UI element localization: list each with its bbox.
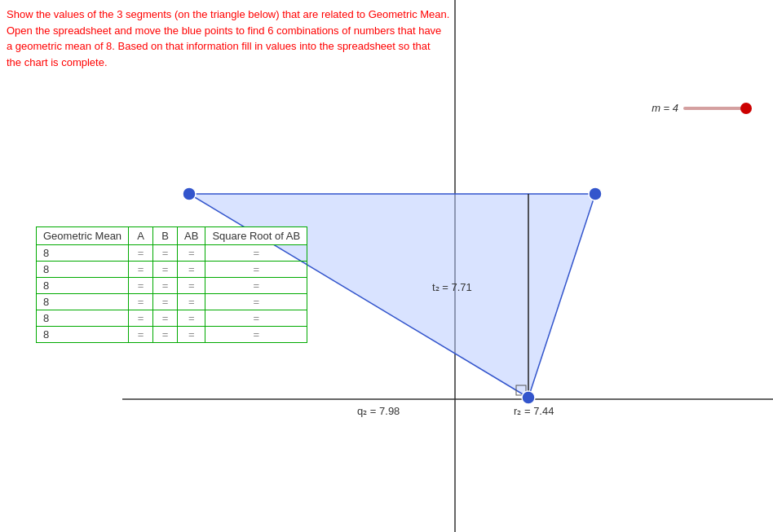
table-row: 8==== bbox=[37, 294, 307, 310]
row-5-gm[interactable]: 8 bbox=[37, 327, 129, 343]
row-3-sqrt-ab[interactable]: = bbox=[205, 294, 307, 310]
blue-point-bottom[interactable] bbox=[522, 391, 535, 404]
row-1-a[interactable]: = bbox=[129, 262, 153, 278]
row-1-ab[interactable]: = bbox=[178, 262, 205, 278]
slider-thumb[interactable] bbox=[740, 103, 752, 114]
row-5-ab[interactable]: = bbox=[178, 327, 205, 343]
row-0-gm[interactable]: 8 bbox=[37, 245, 129, 262]
row-3-ab[interactable]: = bbox=[178, 294, 205, 310]
row-4-gm[interactable]: 8 bbox=[37, 310, 129, 327]
row-5-a[interactable]: = bbox=[129, 327, 153, 343]
col-header-ab: AB bbox=[178, 227, 205, 245]
col-header-a: A bbox=[129, 227, 153, 245]
blue-point-left[interactable] bbox=[183, 187, 196, 200]
slider-track[interactable] bbox=[683, 107, 749, 110]
row-0-sqrt-ab[interactable]: = bbox=[205, 245, 307, 262]
table-row: 8==== bbox=[37, 262, 307, 278]
row-2-gm[interactable]: 8 bbox=[37, 278, 129, 294]
row-3-b[interactable]: = bbox=[153, 294, 178, 310]
row-2-sqrt-ab[interactable]: = bbox=[205, 278, 307, 294]
row-0-a[interactable]: = bbox=[129, 245, 153, 262]
table-row: 8==== bbox=[37, 278, 307, 294]
row-1-b[interactable]: = bbox=[153, 262, 178, 278]
row-5-sqrt-ab[interactable]: = bbox=[205, 327, 307, 343]
row-3-a[interactable]: = bbox=[129, 294, 153, 310]
t2-label: t₂ = 7.71 bbox=[432, 281, 472, 293]
row-4-ab[interactable]: = bbox=[178, 310, 205, 327]
table-row: 8==== bbox=[37, 327, 307, 343]
row-0-ab[interactable]: = bbox=[178, 245, 205, 262]
r2-label: r₂ = 7.44 bbox=[514, 405, 554, 417]
col-header-gm: Geometric Mean bbox=[37, 227, 129, 245]
row-2-b[interactable]: = bbox=[153, 278, 178, 294]
row-4-b[interactable]: = bbox=[153, 310, 178, 327]
row-0-b[interactable]: = bbox=[153, 245, 178, 262]
table-row: 8==== bbox=[37, 310, 307, 327]
row-2-ab[interactable]: = bbox=[178, 278, 205, 294]
slider-label: m = 4 bbox=[652, 102, 678, 114]
row-2-a[interactable]: = bbox=[129, 278, 153, 294]
spreadsheet-table: Geometric Mean A B AB Square Root of AB … bbox=[36, 226, 307, 343]
slider-container: m = 4 bbox=[652, 102, 749, 114]
row-3-gm[interactable]: 8 bbox=[37, 294, 129, 310]
row-4-sqrt-ab[interactable]: = bbox=[205, 310, 307, 327]
blue-point-top-right[interactable] bbox=[589, 187, 602, 200]
col-header-sqrt-ab: Square Root of AB bbox=[205, 227, 307, 245]
row-1-gm[interactable]: 8 bbox=[37, 262, 129, 278]
table-row: 8==== bbox=[37, 245, 307, 262]
row-4-a[interactable]: = bbox=[129, 310, 153, 327]
col-header-b: B bbox=[153, 227, 178, 245]
q2-label: q₂ = 7.98 bbox=[357, 405, 400, 417]
row-1-sqrt-ab[interactable]: = bbox=[205, 262, 307, 278]
row-5-b[interactable]: = bbox=[153, 327, 178, 343]
